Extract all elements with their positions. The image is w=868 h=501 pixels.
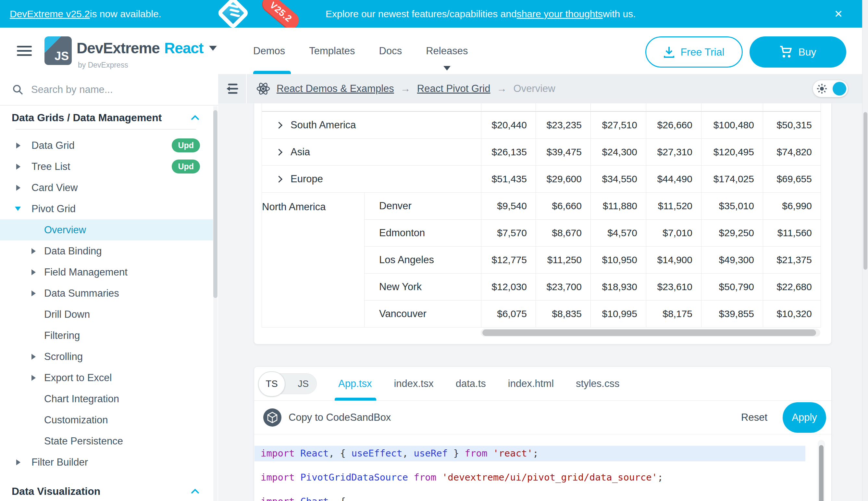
clipped-row-cell — [481, 103, 536, 112]
code-token: useEffect — [351, 448, 402, 459]
expand-chevron-icon[interactable] — [276, 149, 283, 155]
value-cell: $6,660 — [536, 193, 591, 220]
code-editor[interactable]: import React, { useEffect, useRef } from… — [254, 435, 831, 501]
table-row-edmonton[interactable]: Edmonton — [364, 220, 481, 247]
sidebar-item-chart-integration[interactable]: Chart Integration — [0, 388, 213, 409]
chevron-right-icon — [16, 459, 20, 465]
code-token: useRef — [414, 448, 448, 459]
sidebar-item-customization[interactable]: Customization — [0, 409, 213, 430]
table-row-south-america[interactable]: South America — [262, 112, 481, 139]
sidebar-item-data-grid[interactable]: Data Grid Upd — [0, 135, 213, 156]
chevron-right-icon — [32, 248, 36, 254]
table-row-asia[interactable]: Asia — [262, 139, 481, 166]
table-row-denver[interactable]: Denver — [364, 193, 481, 220]
breadcrumb-link-demos[interactable]: React Demos & Examples — [277, 83, 394, 95]
sidebar-scrollbar[interactable] — [213, 106, 218, 501]
expand-chevron-icon[interactable] — [276, 121, 283, 128]
tab-index-tsx[interactable]: index.tsx — [394, 378, 433, 390]
breadcrumb-link-pivot-grid[interactable]: React Pivot Grid — [417, 83, 491, 95]
horizontal-scrollbar-thumb[interactable] — [482, 329, 816, 336]
apply-button[interactable]: Apply — [783, 402, 826, 433]
sidebar-item-state-persistence[interactable]: State Persistence — [0, 430, 213, 451]
nav-item-demos[interactable]: Demos — [253, 45, 285, 57]
sidebar-item-field-management[interactable]: Field Management — [0, 262, 213, 283]
clipped-row-cell — [262, 103, 481, 112]
value-cell: $49,300 — [701, 247, 763, 274]
banner-close-button[interactable]: ✕ — [827, 0, 850, 28]
sidebar-item-scrolling[interactable]: Scrolling — [0, 346, 213, 367]
nav-item-docs[interactable]: Docs — [379, 45, 402, 57]
search-input[interactable] — [31, 84, 187, 96]
table-row-north-america[interactable]: North America — [262, 193, 364, 328]
sidebar-scrollbar-thumb[interactable] — [213, 110, 218, 298]
value-cell: $4,570 — [591, 220, 646, 247]
sidebar-item-card-view[interactable]: Card View — [0, 177, 213, 198]
table-row-los-angeles[interactable]: Los Angeles — [364, 247, 481, 274]
sidebar-item-filtering[interactable]: Filtering — [0, 325, 213, 346]
section-title: Data Visualization — [12, 486, 100, 498]
sidebar-item-data-binding[interactable]: Data Binding — [0, 241, 213, 262]
code-toolbar: Copy to CodeSandBox Reset Apply — [254, 401, 831, 434]
js-logo[interactable]: JS — [44, 36, 72, 65]
section-title: Data Grids / Data Management — [12, 112, 162, 124]
horizontal-scrollbar[interactable] — [481, 329, 820, 337]
city-label: Los Angeles — [379, 254, 434, 266]
sidebar-item-filter-builder[interactable]: Filter Builder — [0, 451, 213, 473]
reset-button[interactable]: Reset — [741, 412, 767, 423]
sidebar-item-label: Chart Integration — [44, 393, 119, 405]
framework-selector[interactable]: React — [164, 40, 203, 56]
value-cell: $27,510 — [591, 112, 646, 139]
language-ts-option[interactable]: TS — [258, 371, 285, 397]
version-link[interactable]: DevExtreme v25.2 — [10, 9, 90, 20]
version-badge: V25.2 — [259, 0, 302, 28]
copy-codesandbox-button[interactable]: Copy to CodeSandBox — [288, 412, 391, 423]
devextreme-logo-graphic: V25.2 — [210, 0, 314, 28]
language-js-option[interactable]: JS — [298, 374, 309, 394]
code-line: import PivotGridDataSource from 'devextr… — [254, 465, 831, 489]
sidebar-item-label: Drill Down — [44, 309, 90, 320]
row-label: Europe — [290, 173, 323, 185]
sidebar-item-drill-down[interactable]: Drill Down — [0, 304, 213, 325]
buy-button[interactable]: Buy — [749, 36, 846, 67]
sidebar-item-overview[interactable]: Overview — [0, 219, 213, 241]
table-row-europe[interactable]: Europe — [262, 166, 481, 193]
value-cell: $50,790 — [701, 274, 763, 300]
clipped-row-cell — [646, 103, 701, 112]
collapse-sidebar-button[interactable] — [218, 74, 247, 103]
free-trial-button[interactable]: Free Trial — [645, 36, 743, 67]
value-cell: $44,490 — [646, 166, 701, 193]
sidebar-item-pivot-grid[interactable]: Pivot Grid — [0, 198, 213, 219]
nav-item-releases[interactable]: Releases — [426, 45, 468, 57]
close-icon: ✕ — [834, 8, 843, 20]
page-scrollbar-thumb[interactable] — [864, 112, 867, 270]
sidebar-item-label: Export to Excel — [44, 372, 112, 384]
tab-styles-css[interactable]: styles.css — [576, 378, 619, 390]
sidebar-divider — [15, 129, 196, 130]
code-scrollbar[interactable] — [818, 440, 825, 501]
sidebar-item-data-summaries[interactable]: Data Summaries — [0, 283, 213, 304]
page-scrollbar[interactable] — [862, 0, 868, 501]
sidebar-item-label: Field Management — [44, 266, 128, 278]
value-cell: $69,655 — [763, 166, 821, 193]
tab-index-html[interactable]: index.html — [508, 378, 554, 390]
value-cell: $26,660 — [646, 112, 701, 139]
code-scrollbar-thumb[interactable] — [819, 445, 824, 501]
table-row-vancouver[interactable]: Vancouver — [364, 300, 481, 328]
theme-toggle[interactable] — [813, 80, 848, 97]
sun-icon — [817, 84, 827, 94]
expand-chevron-icon[interactable] — [276, 175, 283, 182]
sidebar-item-tree-list[interactable]: Tree List Upd — [0, 156, 213, 177]
nav-item-templates[interactable]: Templates — [309, 45, 355, 57]
tab-app-tsx[interactable]: App.tsx — [338, 378, 372, 390]
language-toggle[interactable]: TS JS — [259, 373, 317, 394]
table-row-new-york[interactable]: New York — [364, 274, 481, 300]
sidebar-item-export-to-excel[interactable]: Export to Excel — [0, 367, 213, 388]
tab-data-ts[interactable]: data.ts — [456, 378, 486, 390]
chevron-right-icon — [16, 185, 20, 191]
code-token: from — [465, 448, 487, 459]
menu-icon[interactable] — [17, 46, 32, 58]
share-thoughts-link[interactable]: share your thoughts — [517, 9, 603, 20]
sidebar-item-label: Tree List — [32, 161, 70, 172]
sidebar-section-header[interactable]: Data Visualization — [0, 481, 213, 501]
sidebar-section-header[interactable]: Data Grids / Data Management — [0, 106, 213, 129]
